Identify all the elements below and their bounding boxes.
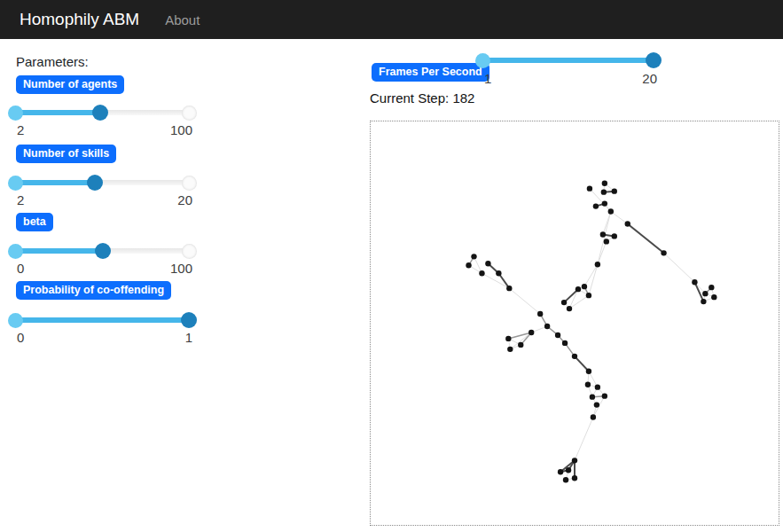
graph-node xyxy=(558,469,563,474)
slider-end-dot xyxy=(182,106,197,121)
slider-handle[interactable] xyxy=(87,175,103,191)
slider-track[interactable] xyxy=(483,58,654,63)
slider-max-label: 20 xyxy=(642,71,657,86)
graph-node xyxy=(518,342,523,348)
app-title[interactable]: Homophily ABM xyxy=(20,10,139,29)
graph-edge xyxy=(694,282,703,301)
slider-min-label: 0 xyxy=(17,330,24,345)
graph-node xyxy=(625,221,630,226)
graph-node xyxy=(585,382,591,387)
graph-node xyxy=(562,340,568,346)
graph-node xyxy=(602,393,607,398)
graph-node xyxy=(600,231,606,237)
graph-node xyxy=(544,324,550,329)
slider-labels: 0 100 xyxy=(7,261,197,276)
graph-node xyxy=(593,203,599,208)
graph-node xyxy=(595,262,600,267)
slider-handle[interactable] xyxy=(646,52,662,68)
graph-edge xyxy=(598,241,607,264)
badge-beta: beta xyxy=(16,213,53,231)
slider-labels: 1 20 xyxy=(474,71,662,86)
graph-node xyxy=(586,293,591,298)
network-graph[interactable] xyxy=(370,121,779,526)
slider-probability-of-co-offending[interactable] xyxy=(7,311,197,329)
slider-start-dot xyxy=(8,313,23,328)
graph-edge xyxy=(664,253,695,282)
graph-node xyxy=(601,189,607,194)
graph-node xyxy=(561,300,567,305)
slider-start-dot xyxy=(8,106,23,121)
graph-node xyxy=(471,254,476,259)
graph-node xyxy=(701,299,706,304)
graph-edge xyxy=(509,288,540,314)
graph-node xyxy=(590,394,595,399)
graph-node xyxy=(505,336,511,341)
slider-end-dot xyxy=(182,244,197,259)
slider-max-label: 100 xyxy=(170,261,192,276)
slider-start-dot xyxy=(8,176,23,191)
graph-edge xyxy=(482,273,509,288)
slider-number-of-agents[interactable] xyxy=(7,104,197,121)
slider-handle[interactable] xyxy=(181,312,197,328)
slider-track[interactable] xyxy=(16,180,95,185)
graph-edge xyxy=(575,356,589,372)
slider-min-label: 2 xyxy=(17,122,24,137)
slider-beta[interactable] xyxy=(7,242,197,260)
graph-edge xyxy=(589,264,598,295)
graph-edge xyxy=(628,223,664,253)
graph-node xyxy=(485,261,490,266)
graph-node xyxy=(587,185,592,191)
slider-number-of-skills[interactable] xyxy=(7,174,197,192)
slider-handle[interactable] xyxy=(95,243,111,259)
graph-edge xyxy=(564,289,578,302)
slider-max-label: 20 xyxy=(177,192,192,207)
graph-node xyxy=(496,270,501,276)
graph-edge xyxy=(575,418,593,461)
graph-node xyxy=(466,262,471,268)
parameters-heading: Parameters: xyxy=(16,54,89,69)
slider-end-dot xyxy=(182,176,197,191)
graph-node xyxy=(555,332,560,338)
slider-labels: 0 1 xyxy=(7,330,197,345)
slider-labels: 2 100 xyxy=(7,122,197,137)
graph-node xyxy=(566,467,571,473)
graph-node xyxy=(602,181,607,186)
slider-track[interactable] xyxy=(16,248,103,254)
graph-node xyxy=(586,369,591,374)
graph-edge xyxy=(584,264,598,286)
graph-node xyxy=(567,306,572,311)
slider-min-label: 1 xyxy=(484,71,491,86)
graph-node xyxy=(572,354,577,359)
graph-node xyxy=(692,279,697,285)
graph-node xyxy=(702,291,708,296)
slider-start-dot xyxy=(475,53,490,68)
badge-probability-of-co-offending: Probability of co-offending xyxy=(16,281,171,300)
badge-number-of-agents: Number of agents xyxy=(16,75,124,94)
graph-node xyxy=(537,311,543,317)
graph-node xyxy=(591,414,596,419)
badge-number-of-skills: Number of skills xyxy=(16,145,116,163)
graph-node xyxy=(594,402,599,407)
graph-node xyxy=(572,458,577,463)
graph-node xyxy=(595,384,600,389)
graph-node xyxy=(709,285,714,290)
graph-edge xyxy=(611,212,628,224)
slider-track[interactable] xyxy=(16,110,100,115)
slider-max-label: 1 xyxy=(185,330,192,345)
graph-node xyxy=(604,239,609,244)
graph-node xyxy=(612,188,617,193)
graph-node xyxy=(612,233,617,239)
graph-node xyxy=(602,200,607,206)
graph-node xyxy=(582,284,587,289)
graph-node xyxy=(529,330,534,335)
graph-node xyxy=(576,286,581,292)
slider-handle[interactable] xyxy=(92,105,108,121)
graph-node xyxy=(563,477,568,482)
navbar: Homophily ABM About xyxy=(0,0,783,39)
slider-frames-per-second[interactable] xyxy=(474,51,662,69)
slider-start-dot xyxy=(8,244,23,259)
graph-node xyxy=(711,294,716,300)
nav-link-about[interactable]: About xyxy=(165,12,200,27)
graph-node xyxy=(661,250,666,255)
slider-track[interactable] xyxy=(16,317,189,323)
